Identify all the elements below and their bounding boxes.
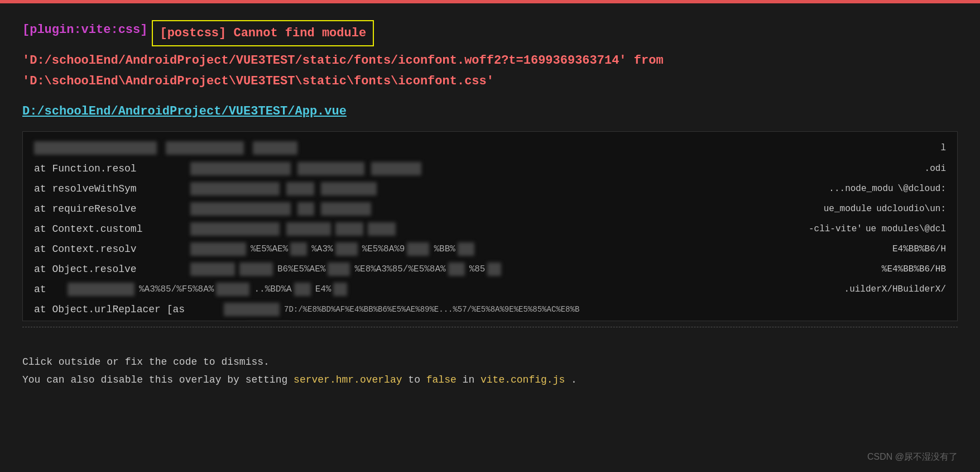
stack-blurred: [190, 222, 280, 236]
stack-partial-text: B6%E5%AE%: [277, 264, 325, 274]
stack-blurred: [286, 222, 331, 236]
stack-row: at replacerForDeclaration %AF%E4%BB%B6%E…: [23, 320, 957, 321]
stack-partial-text: %BB%: [434, 244, 455, 254]
stack-blurred: [335, 222, 363, 236]
stack-end-partial: l: [940, 143, 946, 153]
stack-blurred: [190, 162, 291, 175]
stack-row: l: [23, 137, 957, 159]
error-title: [postcss] Cannot find module: [160, 26, 366, 40]
stack-blurred: [239, 263, 273, 276]
stack-at: at requireResolve: [34, 203, 190, 214]
stack-blurred: [321, 182, 377, 196]
stack-row: at Function.resol .odi: [23, 159, 957, 179]
stack-row: at requireResolve ue_module udcloudio\un…: [23, 199, 957, 219]
disable-text: You can also disable this overlay by set…: [22, 371, 958, 389]
footer-section: Click outside or fix the code to dismiss…: [0, 344, 980, 398]
stack-partial-text: ..%BD%A: [254, 284, 291, 294]
stack-blurred: [368, 222, 396, 236]
disable-highlight: server.hmr.overlay: [294, 374, 402, 385]
stack-row: at Object.resolve B6%E5%AE% %E8%A3%85/%E…: [23, 259, 957, 279]
stack-end-partial: E4%BB%B6/H: [892, 244, 946, 254]
stack-row: at resolveWithSym ...node_modu \@dcloud:: [23, 179, 957, 199]
stack-end-partial: -cli-vite' ue modules\@dcl: [809, 224, 946, 234]
stack-blurred: [294, 283, 311, 296]
stack-partial-text: %A3%: [311, 244, 333, 254]
stack-end-partial: .odi: [925, 164, 946, 174]
stack-blurred: [335, 242, 358, 256]
separator: [22, 327, 958, 327]
main-content: [plugin:vite:css] [postcss] Cannot find …: [0, 3, 980, 344]
dismiss-text: Click outside or fix the code to dismiss…: [22, 353, 958, 371]
stack-blurred: [224, 303, 280, 316]
stack-row: at %A3%85/%F5%8A% ..%BD%A E4% .uilderX/H…: [23, 279, 957, 299]
stack-at: at Context.customl: [34, 223, 190, 235]
stack-blurred: [371, 162, 421, 175]
stack-partial-text: %A3%85/%F5%8A%: [139, 284, 214, 294]
stack-blurred: [290, 242, 307, 256]
error-path-line2: 'D:\schoolEnd\AndroidProject\VUE3TEST\st…: [22, 71, 958, 91]
stack-partial-text: 7D:/%E8%BD%AF%E4%BB%B6%E5%AE%89%E...%57/…: [284, 305, 579, 314]
stack-blurred: [190, 182, 280, 196]
stack-partial-text: %E5%AE%: [251, 244, 288, 254]
stack-container: l at Function.resol .odi at resolveWithS…: [22, 131, 958, 321]
stack-at: at Function.resol: [34, 163, 190, 174]
stack-partial-text: %E8%A3%85/%E5%8A%: [354, 264, 445, 274]
stack-blurred: [190, 242, 246, 256]
stack-blurred: [487, 263, 501, 276]
stack-blurred: [286, 182, 314, 196]
stack-blurred: [328, 263, 350, 276]
disable-config: vite.config.js: [481, 374, 565, 385]
stack-partial-text: %85: [469, 264, 486, 274]
stack-blurred: [297, 202, 314, 216]
plugin-label: [plugin:vite:css]: [22, 20, 147, 40]
stack-blurred: [321, 202, 371, 216]
stack-at: at Object.urlReplacer [as: [34, 304, 224, 315]
stack-blurred: [253, 141, 297, 155]
stack-at: at: [34, 284, 68, 295]
stack-blurred: [297, 162, 364, 175]
stack-blurred: [407, 242, 429, 256]
stack-at: at Object.resolve: [34, 264, 190, 275]
stack-end-partial: %E4%BB%B6/HB: [882, 264, 946, 274]
stack-blurred: [333, 283, 347, 296]
stack-blurred: [190, 202, 291, 216]
stack-row: at Context.resolv %E5%AE% %A3% %E5%8A%9 …: [23, 239, 957, 259]
watermark: CSDN @尿不湿没有了: [867, 451, 958, 463]
stack-blurred: [216, 283, 249, 296]
stack-end-partial: ue_module udcloudio\un:: [824, 204, 946, 214]
stack-partial-text: E4%: [315, 284, 332, 294]
stack-end-partial: ...node_modu \@dcloud:: [829, 184, 946, 194]
error-header: [plugin:vite:css] [postcss] Cannot find …: [22, 20, 958, 46]
stack-row: at Object.urlReplacer [as 7D:/%E8%BD%AF%…: [23, 299, 957, 320]
error-path-line1: 'D:/schoolEnd/AndroidProject/VUE3TEST/st…: [22, 51, 958, 70]
disable-text-end: .: [571, 374, 577, 385]
stack-blurred: [166, 141, 244, 155]
stack-end-partial: .uilderX/HBuilderX/: [844, 284, 946, 294]
stack-blurred: [448, 263, 465, 276]
stack-blurred: [190, 263, 235, 276]
stack-at: at Context.resolv: [34, 244, 190, 255]
file-link[interactable]: D:/schoolEnd/AndroidProject/VUE3TEST/App…: [22, 102, 958, 121]
disable-text-before: You can also disable this overlay by set…: [22, 374, 294, 385]
stack-at: at resolveWithSym: [34, 183, 190, 194]
error-box: [postcss] Cannot find module: [152, 20, 374, 46]
stack-row: at Context.customl -cli-vite' ue modules…: [23, 219, 957, 239]
stack-blurred: [458, 242, 474, 256]
stack-partial-text: %E5%8A%9: [362, 244, 405, 254]
stack-blurred: [68, 283, 134, 296]
disable-text-mid: to: [408, 374, 426, 385]
disable-text-after: in: [463, 374, 481, 385]
disable-false: false: [426, 374, 457, 385]
stack-blurred: [34, 141, 157, 155]
